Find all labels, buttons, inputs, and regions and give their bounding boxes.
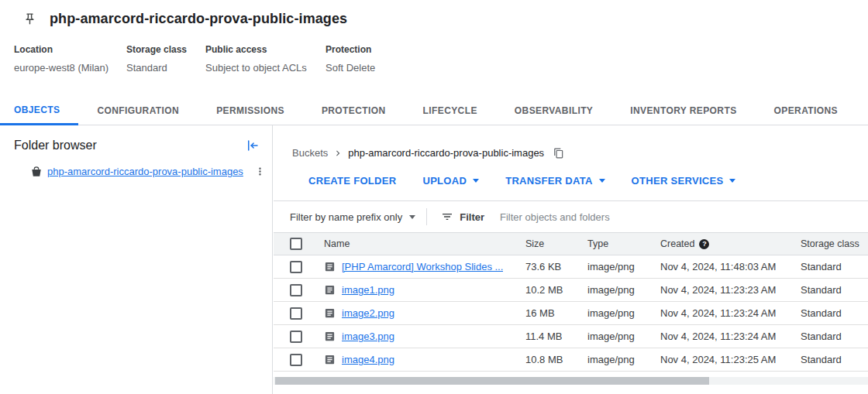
header-checkbox-cell bbox=[290, 238, 324, 250]
row-checkbox[interactable] bbox=[290, 307, 302, 320]
file-icon bbox=[324, 354, 336, 365]
metadata-value: Standard bbox=[126, 62, 187, 74]
metadata-label: Storage class bbox=[126, 44, 187, 55]
table-row: image1.png 10.2 MB image/png Nov 4, 2024… bbox=[274, 279, 868, 302]
bucket-link[interactable]: php-amarcord-riccardo-prova-public-image… bbox=[47, 166, 243, 177]
table-row: image2.png 16 MB image/png Nov 4, 2024, … bbox=[274, 302, 868, 325]
object-storage-class: Standard bbox=[801, 261, 868, 272]
object-size: 73.6 KB bbox=[525, 261, 587, 272]
select-all-checkbox[interactable] bbox=[290, 238, 302, 250]
filter-toggle[interactable]: Filter bbox=[441, 211, 484, 223]
upload-label: UPLOAD bbox=[422, 175, 467, 187]
table-row: [PHP Amarcord] Workshop Slides ... 73.6 … bbox=[274, 255, 868, 279]
object-created: Nov 4, 2024, 11:48:03 AM bbox=[660, 261, 801, 272]
row-checkbox[interactable] bbox=[290, 284, 302, 296]
object-type: image/png bbox=[587, 261, 660, 272]
create-folder-button[interactable]: CREATE FOLDER bbox=[308, 175, 396, 187]
action-toolbar: CREATE FOLDER UPLOAD TRANSFER DATA OTHER… bbox=[308, 172, 868, 189]
filter-icon bbox=[441, 211, 453, 223]
tab-permissions[interactable]: PERMISSIONS bbox=[198, 98, 303, 125]
copy-icon[interactable] bbox=[553, 148, 564, 159]
file-icon bbox=[324, 284, 336, 296]
table-header: Name Size Type Created ? Storage class bbox=[274, 232, 868, 255]
tab-configuration[interactable]: CONFIGURATION bbox=[78, 98, 198, 125]
breadcrumb-chevron-icon bbox=[332, 148, 343, 159]
filter-scope-dropdown[interactable]: Filter by name prefix only bbox=[290, 211, 415, 223]
file-icon bbox=[324, 307, 336, 319]
metadata-public-access: Public access Subject to object ACLs bbox=[205, 44, 307, 74]
metadata-protection: Protection Soft Delete bbox=[326, 44, 375, 74]
breadcrumb-current: php-amarcord-riccardo-prova-public-image… bbox=[348, 147, 544, 159]
object-name-link[interactable]: image2.png bbox=[342, 307, 394, 319]
tab-objects[interactable]: OBJECTS bbox=[0, 98, 78, 125]
horizontal-scrollbar[interactable] bbox=[274, 377, 868, 385]
tab-operations[interactable]: OPERATIONS bbox=[756, 98, 856, 125]
help-icon[interactable]: ? bbox=[699, 239, 709, 249]
metadata-label: Public access bbox=[205, 44, 307, 55]
object-created: Nov 4, 2024, 11:23:23 AM bbox=[660, 284, 801, 296]
file-icon bbox=[324, 261, 336, 272]
collapse-panel-icon[interactable] bbox=[246, 139, 260, 152]
table-row: image3.png 11.4 MB image/png Nov 4, 2024… bbox=[274, 325, 868, 348]
more-vert-icon[interactable] bbox=[254, 166, 266, 177]
object-name-link[interactable]: image4.png bbox=[342, 354, 394, 365]
folder-browser-header: Folder browser bbox=[0, 125, 272, 152]
breadcrumb-buckets-link[interactable]: Buckets bbox=[292, 147, 328, 159]
tab-lifecycle[interactable]: LIFECYCLE bbox=[405, 98, 496, 125]
row-checkbox[interactable] bbox=[290, 331, 302, 343]
pin-icon[interactable] bbox=[23, 12, 36, 26]
dropdown-arrow-icon bbox=[473, 179, 479, 183]
object-size: 11.4 MB bbox=[525, 331, 587, 342]
horizontal-scrollbar-thumb[interactable] bbox=[275, 377, 709, 385]
object-name-link[interactable]: image1.png bbox=[342, 284, 394, 296]
created-header-label: Created bbox=[660, 238, 694, 249]
object-created: Nov 4, 2024, 11:23:24 AM bbox=[660, 331, 801, 342]
filter-label: Filter bbox=[460, 211, 484, 223]
object-type: image/png bbox=[587, 331, 660, 342]
transfer-data-button[interactable]: TRANSFER DATA bbox=[505, 175, 604, 187]
object-created: Nov 4, 2024, 11:23:25 AM bbox=[660, 354, 801, 365]
bucket-icon bbox=[31, 166, 42, 177]
tab-observability[interactable]: OBSERVABILITY bbox=[496, 98, 611, 125]
object-size: 10.8 MB bbox=[525, 354, 587, 365]
file-icon bbox=[324, 331, 336, 342]
object-type: image/png bbox=[587, 307, 660, 319]
metadata-label: Protection bbox=[326, 44, 375, 55]
tab-protection[interactable]: PROTECTION bbox=[303, 98, 405, 125]
folder-browser-panel: Folder browser php-amarcord-riccardo-pro… bbox=[0, 125, 273, 394]
other-services-button[interactable]: OTHER SERVICES bbox=[632, 175, 736, 187]
objects-panel: Buckets php-amarcord-riccardo-prova-publ… bbox=[274, 125, 868, 394]
object-size: 16 MB bbox=[525, 307, 587, 319]
metadata-value: Subject to object ACLs bbox=[205, 62, 307, 74]
metadata-label: Location bbox=[14, 44, 108, 55]
dropdown-arrow-icon bbox=[409, 215, 415, 219]
table-row: image4.png 10.8 MB image/png Nov 4, 2024… bbox=[274, 348, 868, 372]
object-storage-class: Standard bbox=[801, 354, 868, 365]
tab-bar: OBJECTS CONFIGURATION PERMISSIONS PROTEC… bbox=[0, 98, 868, 125]
object-size: 10.2 MB bbox=[525, 284, 587, 296]
column-header-name[interactable]: Name bbox=[324, 238, 525, 249]
row-checkbox[interactable] bbox=[290, 354, 302, 366]
column-header-type: Type bbox=[587, 238, 660, 249]
upload-button[interactable]: UPLOAD bbox=[422, 175, 479, 187]
transfer-data-label: TRANSFER DATA bbox=[505, 175, 592, 187]
gcs-bucket-page: php-amarcord-riccardo-prova-public-image… bbox=[0, 0, 868, 394]
dropdown-arrow-icon bbox=[729, 179, 735, 183]
object-name-link[interactable]: [PHP Amarcord] Workshop Slides ... bbox=[342, 261, 503, 272]
create-folder-label: CREATE FOLDER bbox=[308, 175, 396, 187]
row-checkbox[interactable] bbox=[290, 261, 302, 273]
metadata-value: europe-west8 (Milan) bbox=[14, 62, 108, 74]
filter-input[interactable] bbox=[500, 211, 748, 223]
object-created: Nov 4, 2024, 11:23:24 AM bbox=[660, 307, 801, 319]
tab-inventory-reports[interactable]: INVENTORY REPORTS bbox=[611, 98, 755, 125]
object-type: image/png bbox=[587, 354, 660, 365]
column-header-storage-class: Storage class bbox=[801, 238, 868, 249]
metadata-location: Location europe-west8 (Milan) bbox=[14, 44, 108, 74]
tree-item-bucket[interactable]: php-amarcord-riccardo-prova-public-image… bbox=[0, 166, 272, 177]
column-header-created: Created ? bbox=[660, 238, 801, 249]
object-name-link[interactable]: image3.png bbox=[342, 331, 394, 342]
object-storage-class: Standard bbox=[801, 307, 868, 319]
filter-separator bbox=[426, 208, 427, 225]
breadcrumb: Buckets php-amarcord-riccardo-prova-publ… bbox=[292, 147, 868, 159]
object-storage-class: Standard bbox=[801, 284, 868, 296]
